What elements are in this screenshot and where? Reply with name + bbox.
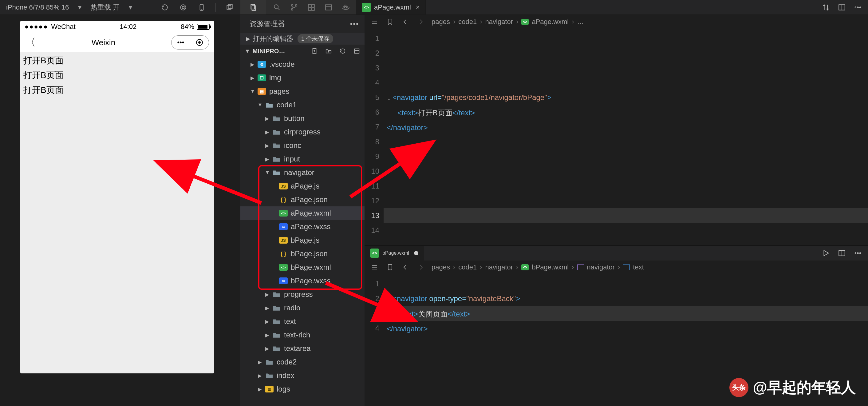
split-icon[interactable] (837, 249, 846, 258)
open-editors-section[interactable]: ▶ 打开的编辑器 1 个未保存 (240, 33, 365, 45)
more-icon[interactable]: ••• (350, 20, 359, 28)
phone-icon[interactable] (197, 3, 206, 12)
file-apage-js[interactable]: JSaPage.js (240, 179, 365, 193)
extensions-icon[interactable] (307, 3, 316, 12)
nav-fwd-icon[interactable] (416, 263, 425, 272)
code-lines[interactable]: ⌄<navigator open-type="navigateBack"> <t… (383, 274, 868, 406)
nav-fwd-icon[interactable] (416, 17, 425, 26)
refresh-icon[interactable] (160, 3, 169, 12)
section-label: 打开的编辑器 (253, 34, 293, 44)
folder-text-rich[interactable]: ▶text-rich (240, 328, 365, 342)
compare-icon[interactable] (821, 3, 831, 12)
split-icon[interactable] (837, 3, 846, 12)
svg-point-27 (860, 7, 861, 8)
folder-icon (272, 169, 281, 176)
page-line[interactable]: 打开B页面 (23, 84, 211, 96)
file-tree[interactable]: ▶⚙.vscode ▶❐img ▼▤pages ▼code1 ▶button ▶… (240, 58, 365, 406)
more-icon[interactable] (853, 249, 863, 258)
folder-button[interactable]: ▶button (240, 112, 365, 125)
capsule-menu[interactable]: ••• (172, 38, 190, 47)
folder-iconc[interactable]: ▶iconc (240, 139, 365, 152)
refresh-icon[interactable] (338, 47, 347, 56)
device-label[interactable]: iPhone 6/7/8 85% 16 (6, 3, 69, 11)
search-icon[interactable] (272, 3, 282, 12)
close-icon[interactable]: × (416, 3, 420, 11)
folder-radio[interactable]: ▶radio (240, 301, 365, 315)
folder-logs[interactable]: ▶≣logs (240, 382, 365, 396)
file-bpage-wxss[interactable]: ≋bPage.wxss (240, 274, 365, 288)
multiwindow-icon[interactable] (225, 3, 234, 12)
bookmark-icon[interactable] (385, 263, 395, 272)
docker-icon[interactable] (341, 3, 350, 12)
file-apage-json[interactable]: { }aPage.json (240, 193, 365, 206)
capsule-close[interactable] (190, 39, 209, 46)
breadcrumb[interactable]: pages› code1› navigator› <> aPage.wxml› … (432, 18, 584, 26)
collapse-all-icon[interactable] (352, 47, 362, 56)
pane-a-toolbar: pages› code1› navigator› <> aPage.wxml› … (365, 15, 868, 29)
folder-progress[interactable]: ▶progress (240, 288, 365, 301)
code-lines[interactable]: ⌄<navigator url="/pages/code1/navigator/… (383, 29, 868, 245)
element-icon (577, 264, 584, 270)
folder-pages[interactable]: ▼▤pages (240, 85, 365, 98)
wxml-icon: <> (521, 19, 529, 25)
folder-icon (272, 304, 281, 311)
page-line[interactable]: 打开B页面 (23, 69, 211, 81)
carrier: WeChat (51, 23, 75, 31)
run-icon[interactable] (821, 249, 831, 258)
tab-apage[interactable]: <> aPage.wxml × (356, 0, 426, 14)
folder-icon: ≣ (265, 386, 274, 393)
page-line[interactable]: 打开B页面 (23, 55, 211, 66)
explorer-title-row: 资源管理器 ••• (240, 15, 365, 33)
project-section[interactable]: ▼ MINIPRO… (240, 45, 365, 58)
new-file-icon[interactable] (310, 47, 319, 56)
json-icon: { } (279, 196, 288, 203)
list-icon[interactable] (370, 263, 379, 272)
nav-back-icon[interactable] (401, 263, 410, 272)
folder-icon (265, 359, 274, 366)
file-apage-wxss[interactable]: ≋aPage.wxss (240, 220, 365, 233)
file-bpage-wxml[interactable]: <>bPage.wxml (240, 261, 365, 274)
folder-index[interactable]: ▶index (240, 369, 365, 382)
folder-input[interactable]: ▶input (240, 152, 365, 166)
file-bpage-json[interactable]: { }bPage.json (240, 247, 365, 261)
pane-b-body[interactable]: 12 34 ⌄<navigator open-type="navigateBac… (365, 274, 868, 406)
file-apage-wxml[interactable]: <>aPage.wxml (240, 206, 365, 220)
tab-bpage[interactable]: <> bPage.wxml (365, 246, 424, 261)
git-branch-icon[interactable] (289, 3, 299, 12)
stop-icon[interactable] (179, 3, 188, 12)
svg-rect-22 (345, 5, 346, 6)
simulator-column: ●●●●● WeChat 14:02 84% 〈 Weixin ••• (0, 15, 240, 406)
folder-img[interactable]: ▶❐img (240, 71, 365, 85)
tabs-bar: <> aPage.wxml × (356, 0, 868, 14)
wxml-icon: <> (521, 264, 529, 270)
folder-icon (272, 291, 281, 298)
list-icon[interactable] (370, 17, 379, 26)
new-folder-icon[interactable] (324, 47, 333, 56)
folder-textarea[interactable]: ▶textarea (240, 342, 365, 355)
bookmark-icon[interactable] (385, 17, 395, 26)
breadcrumb[interactable]: pages› code1› navigator› <> bPage.wxml› … (432, 263, 644, 271)
page-title: Weixin (92, 38, 116, 47)
pane-a-body[interactable]: 1234 5678 9101112 1314 ⌄<navigator url="… (365, 29, 868, 245)
nav-back-icon[interactable] (401, 17, 410, 26)
pane-b-tools (816, 246, 868, 261)
files-icon[interactable] (249, 3, 258, 12)
more-icon[interactable] (853, 3, 863, 12)
folder-navigator[interactable]: ▼navigator (240, 166, 365, 179)
back-button[interactable]: 〈 (25, 35, 36, 50)
folder-code2[interactable]: ▶code2 (240, 355, 365, 369)
svg-point-25 (855, 7, 856, 8)
layout-icon[interactable] (324, 3, 333, 12)
folder-icon (265, 372, 274, 379)
wxss-icon: ≋ (279, 278, 288, 284)
folder-text[interactable]: ▶text (240, 315, 365, 328)
battery-icon (197, 24, 210, 30)
folder-code1[interactable]: ▼code1 (240, 98, 365, 112)
hot-reload-label[interactable]: 热重载 开 (91, 3, 120, 12)
folder-icon (272, 142, 281, 149)
file-bpage-js[interactable]: JSbPage.js (240, 233, 365, 247)
svg-rect-21 (346, 6, 348, 8)
folder-cirprogress[interactable]: ▶cirprogress (240, 125, 365, 139)
folder-vscode[interactable]: ▶⚙.vscode (240, 58, 365, 71)
json-icon: { } (279, 250, 288, 257)
